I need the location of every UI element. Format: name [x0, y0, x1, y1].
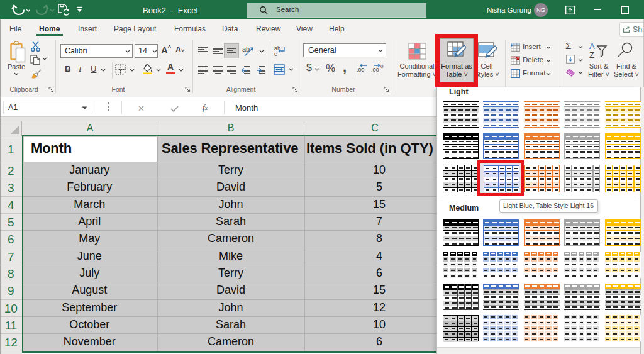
svg-text:Z: Z	[589, 50, 594, 59]
svg-text:A: A	[589, 42, 595, 51]
svg-text:0: 0	[380, 64, 384, 69]
svg-text:.00: .00	[371, 67, 379, 73]
svg-text:.00: .00	[357, 67, 365, 73]
svg-text:c: c	[274, 51, 277, 57]
